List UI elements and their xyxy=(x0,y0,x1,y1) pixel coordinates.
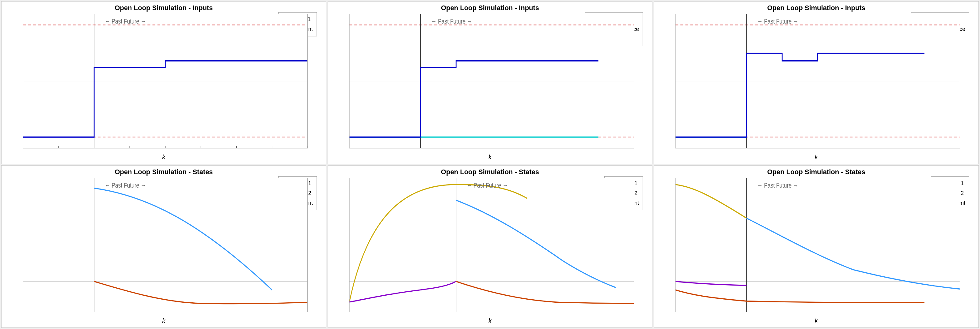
chart-area-top-center: -2 -1 0 1 2 3 4 5 6 1 0.5 0 -0.5 -1 ← Pa… xyxy=(349,14,634,149)
xlabel-bottom-left: k xyxy=(162,317,165,324)
xlabel-top-center: k xyxy=(488,153,492,161)
xlabel-bottom-center: k xyxy=(488,317,492,324)
chart-title-top-right: Open Loop Simulation - Inputs xyxy=(767,4,865,12)
chart-title-top-center: Open Loop Simulation - Inputs xyxy=(441,4,539,12)
chart-title-bottom-center: Open Loop Simulation - States xyxy=(441,168,539,176)
chart-title-bottom-left: Open Loop Simulation - States xyxy=(115,168,213,176)
svg-text:← Past  Future →: ← Past Future → xyxy=(757,17,798,25)
svg-text:← Past  Future →: ← Past Future → xyxy=(105,182,146,189)
chart-bottom-center: Open Loop Simulation - States k State 1 … xyxy=(328,165,653,328)
svg-text:← Past  Future →: ← Past Future → xyxy=(431,17,472,25)
chart-title-top-left: Open Loop Simulation - Inputs xyxy=(115,4,213,12)
xlabel-bottom-right: k xyxy=(815,317,818,324)
xlabel-top-right: k xyxy=(815,153,818,161)
chart-area-bottom-center: -2 -1 0 1 2 3 4 5 6 5 4 3 2 1 0 -1 ← Pas… xyxy=(349,178,634,312)
chart-top-left: Open Loop Simulation - Inputs k Input 1 … xyxy=(1,1,326,164)
svg-rect-116 xyxy=(675,178,960,312)
chart-top-right: Open Loop Simulation - Inputs k Input 1 … xyxy=(654,1,979,164)
svg-text:← Past  Future →: ← Past Future → xyxy=(757,182,798,189)
chart-bottom-right: Open Loop Simulation - States k State 1 … xyxy=(654,165,979,328)
chart-top-center: Open Loop Simulation - Inputs k Input 1 … xyxy=(328,1,653,164)
chart-area-bottom-right: -2 -1 0 1 2 3 4 5 6 5 4 3 2 1 0 -1 ← Pas… xyxy=(675,178,960,312)
chart-area-top-right: -2 -1 0 1 2 3 4 5 6 1 0.5 0 -0.5 -1 ← Pa… xyxy=(675,14,960,149)
chart-area-bottom-left: -2 -1 0 1 2 3 4 5 6 5 4 3 2 1 0 -1 ← Pas… xyxy=(23,178,308,312)
svg-text:← Past  Future →: ← Past Future → xyxy=(105,17,146,25)
xlabel-top-left: k xyxy=(162,153,165,161)
svg-rect-74 xyxy=(23,178,308,312)
chart-area-top-left: -2 -1 0 1 2 3 4 5 6 1 0.5 0 -0.5 -1 ← Pa… xyxy=(23,14,308,149)
chart-title-bottom-right: Open Loop Simulation - States xyxy=(767,168,865,176)
chart-bottom-left: Open Loop Simulation - States k State 1 … xyxy=(1,165,326,328)
svg-text:← Past  Future →: ← Past Future → xyxy=(467,182,508,189)
